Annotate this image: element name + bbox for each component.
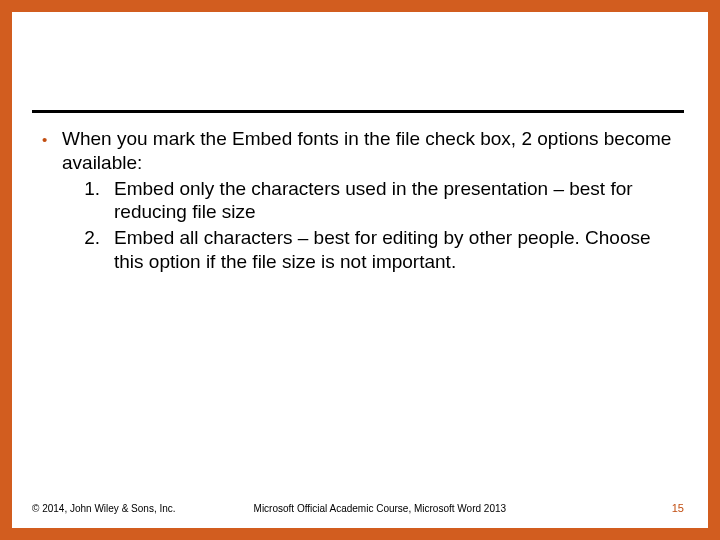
footer-copyright: © 2014, John Wiley & Sons, Inc.: [32, 503, 176, 514]
numbered-list: 1. Embed only the characters used in the…: [62, 177, 678, 274]
list-item: 1. Embed only the characters used in the…: [82, 177, 678, 225]
bullet-lead: When you mark the Embed fonts in the fil…: [62, 128, 671, 173]
list-text: Embed only the characters used in the pr…: [114, 177, 678, 225]
page-number: 15: [672, 502, 684, 514]
footer-course: Microsoft Official Academic Course, Micr…: [176, 503, 672, 514]
bullet-item: • When you mark the Embed fonts in the f…: [42, 127, 678, 274]
header-space: [12, 12, 708, 110]
list-number: 2.: [82, 226, 114, 274]
list-item: 2. Embed all characters – best for editi…: [82, 226, 678, 274]
content-area: • When you mark the Embed fonts in the f…: [12, 113, 708, 274]
bullet-text-block: When you mark the Embed fonts in the fil…: [62, 127, 678, 274]
slide: • When you mark the Embed fonts in the f…: [12, 12, 708, 528]
bullet-icon: •: [42, 127, 62, 274]
footer: © 2014, John Wiley & Sons, Inc. Microsof…: [12, 502, 708, 514]
list-text: Embed all characters – best for editing …: [114, 226, 678, 274]
list-number: 1.: [82, 177, 114, 225]
